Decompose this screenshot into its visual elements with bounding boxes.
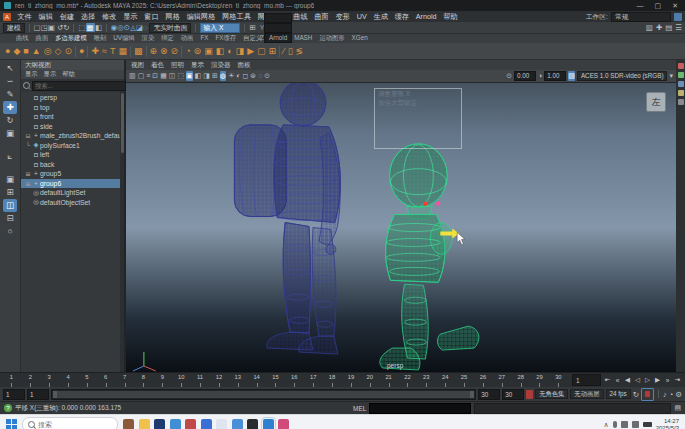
- frame-tick[interactable]: 19: [341, 373, 360, 387]
- shelf-tool-icon[interactable]: [130, 46, 131, 57]
- viewport-toolbar-icon[interactable]: ◐: [236, 71, 240, 81]
- playback-button[interactable]: ⇤: [603, 376, 612, 384]
- layout-button[interactable]: ⊞: [3, 186, 17, 199]
- shelf-tool-icon[interactable]: [279, 46, 280, 57]
- shelf-tab[interactable]: 多边形建模: [55, 34, 86, 43]
- menu-item[interactable]: 网格: [162, 12, 183, 21]
- menu-item[interactable]: 曲线: [290, 12, 311, 21]
- outliner-item[interactable]: left: [21, 150, 124, 160]
- menu-item[interactable]: 帮助: [440, 12, 461, 21]
- outliner-menu-item[interactable]: 帮助: [62, 70, 75, 79]
- shelf-tab[interactable]: UV编辑: [113, 34, 134, 43]
- taskbar-app-icon[interactable]: [216, 419, 227, 429]
- menu-item[interactable]: 修改: [99, 12, 120, 21]
- layout-button[interactable]: ⊟: [3, 212, 17, 225]
- colorspace-dropdown[interactable]: ACES 1.0 SDR-video (sRGB): [577, 71, 668, 81]
- shelf-tool-icon[interactable]: [87, 46, 88, 57]
- minimize-button[interactable]: —: [637, 2, 644, 10]
- taskbar-app-icon[interactable]: [185, 419, 196, 429]
- shelf-tab[interactable]: 雕刻: [94, 34, 107, 43]
- menu-item[interactable]: 窗口: [141, 12, 162, 21]
- viewport-toolbar-icon[interactable]: ⊙: [264, 71, 270, 81]
- speaker-icon[interactable]: [632, 421, 639, 428]
- shelf-tool-icon[interactable]: ◧: [216, 44, 225, 58]
- frame-tick[interactable]: 9: [153, 373, 172, 387]
- taskbar-app-icon[interactable]: [232, 419, 243, 429]
- shelf-tool-icon[interactable]: ⊕: [150, 44, 158, 58]
- file-op-icon[interactable]: ▢: [34, 23, 41, 32]
- shelf-tab[interactable]: 曲面: [36, 34, 49, 43]
- range-slider[interactable]: [51, 389, 476, 400]
- outliner-item[interactable]: back: [21, 160, 124, 170]
- shelf-tool-icon[interactable]: ⊘: [171, 44, 179, 58]
- frame-tick[interactable]: 16: [285, 373, 304, 387]
- dock-tab-icon[interactable]: [678, 99, 684, 105]
- frame-tick[interactable]: 8: [134, 373, 153, 387]
- shelf-tool-icon[interactable]: ◆: [13, 44, 20, 58]
- menu-item[interactable]: 网格工具: [219, 12, 255, 21]
- viewport-toolbar-icon[interactable]: ◨: [203, 71, 210, 81]
- outliner-menu-item[interactable]: 显示: [44, 70, 57, 79]
- exposure-field[interactable]: 0.00: [514, 71, 536, 81]
- script-editor-icon[interactable]: ▤: [674, 404, 681, 412]
- dock-tab-icon[interactable]: [678, 81, 684, 87]
- viewport-toolbar-icon[interactable]: ◧: [195, 71, 202, 81]
- menu-item[interactable]: 创建: [56, 12, 77, 21]
- outliner-item[interactable]: ⊞ group5: [21, 169, 124, 179]
- tray-chevron-icon[interactable]: ∧: [604, 421, 609, 429]
- outliner-scrollbar[interactable]: [120, 91, 124, 372]
- frame-tick[interactable]: 18: [323, 373, 342, 387]
- menu-item[interactable]: 变形: [332, 12, 353, 21]
- menu-item[interactable]: 文件: [14, 12, 35, 21]
- coord-field[interactable]: [264, 23, 292, 33]
- frame-tick[interactable]: 7: [115, 373, 134, 387]
- shelf-tool-icon[interactable]: ∕: [283, 44, 285, 58]
- colorspace-dropdown-arrow[interactable]: ▾: [669, 71, 673, 81]
- shelf-tab[interactable]: Arnold: [269, 34, 287, 43]
- outliner-item[interactable]: ⊞ group6: [21, 179, 124, 189]
- playback-button[interactable]: ◁: [633, 376, 642, 384]
- shelf-tool-icon[interactable]: ⊚: [194, 44, 202, 58]
- layout-button[interactable]: ▣: [3, 173, 17, 186]
- outliner-item[interactable]: ⊟ male_zbrush2Brush_default_group: [21, 131, 124, 141]
- shelf-tab[interactable]: FX: [200, 34, 208, 43]
- shelf-tool-icon[interactable]: ≈: [102, 44, 107, 58]
- playback-button[interactable]: «: [613, 377, 622, 384]
- viewport-toolbar-icon[interactable]: ▥: [129, 71, 136, 81]
- taskbar-app-icon[interactable]: [154, 419, 165, 429]
- quick-input-field[interactable]: 输入 X: [200, 23, 240, 33]
- close-button[interactable]: ✕: [672, 2, 678, 10]
- snap-icon[interactable]: ◪: [136, 23, 143, 32]
- playback-start-field[interactable]: 1: [27, 389, 49, 400]
- sidebar-toggle-icon[interactable]: ✚: [656, 23, 662, 32]
- shelf-tool-icon[interactable]: ✚: [91, 44, 99, 58]
- viewport-toolbar-icon[interactable]: ⊜: [250, 71, 256, 81]
- time-slider[interactable]: 1234567891011121314151617181920212223242…: [0, 372, 685, 387]
- dock-tab-icon[interactable]: [678, 63, 684, 69]
- shelf-tool-icon[interactable]: ▣: [204, 44, 213, 58]
- viewport-toolbar-icon[interactable]: ▣: [186, 71, 193, 81]
- menu-item[interactable]: 选择: [77, 12, 98, 21]
- undo-redo-icon[interactable]: ↻: [63, 23, 69, 32]
- shelf-tool-icon[interactable]: T: [110, 44, 116, 58]
- shelf-tab[interactable]: 动画: [181, 34, 194, 43]
- layout-button[interactable]: ○: [3, 225, 17, 238]
- frame-tick[interactable]: 11: [191, 373, 210, 387]
- frame-tick[interactable]: 17: [304, 373, 323, 387]
- current-frame-field[interactable]: 1: [572, 374, 601, 386]
- selection-mask-icon[interactable]: ▦: [86, 23, 95, 32]
- anim-layer-dropdown[interactable]: 无动画层: [570, 389, 603, 399]
- frame-tick[interactable]: 28: [511, 373, 530, 387]
- frame-tick[interactable]: 1: [2, 373, 21, 387]
- view-badge[interactable]: 左: [646, 92, 666, 112]
- playback-button[interactable]: ▷: [643, 376, 652, 384]
- taskbar-app-icon[interactable]: [278, 419, 289, 429]
- tool-button[interactable]: ✎: [3, 88, 17, 101]
- frame-tick[interactable]: 6: [96, 373, 115, 387]
- menu-item[interactable]: 缓存: [391, 12, 412, 21]
- taskbar-app-icon[interactable]: [247, 419, 258, 429]
- viewport-toolbar-icon[interactable]: ◻: [242, 71, 248, 81]
- outliner-item[interactable]: └ polySurface1: [21, 141, 124, 151]
- tool-button[interactable]: ↻: [3, 114, 17, 127]
- playback-button[interactable]: ▶: [653, 376, 662, 384]
